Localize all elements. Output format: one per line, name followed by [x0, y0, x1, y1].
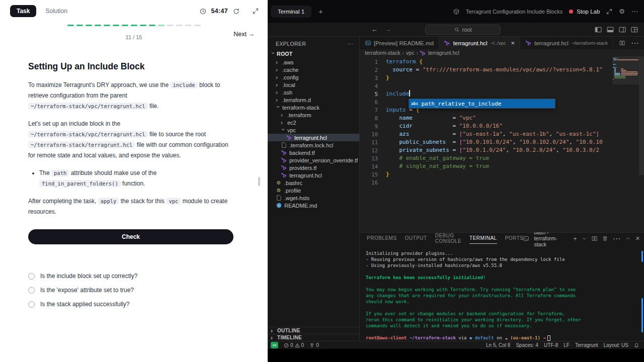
kill-terminal-icon[interactable]: [602, 236, 608, 241]
panel-more-icon[interactable]: ⋯: [613, 234, 621, 243]
toggle-panel-icon[interactable]: [607, 27, 614, 33]
explorer-item-terraform-lock-hcl[interactable]: .terraform.lock.hcl: [268, 141, 359, 149]
progress-segment: [158, 25, 165, 26]
explorer-root-row[interactable]: › ROOT: [268, 50, 359, 58]
new-terminal-icon[interactable]: +: [573, 235, 577, 242]
fullscreen-icon[interactable]: [606, 9, 612, 15]
add-terminal-icon[interactable]: +: [316, 7, 325, 16]
explorer-item-providers-tf[interactable]: providers.tf: [268, 164, 359, 171]
explorer-item-ec2[interactable]: ›ec2: [268, 119, 359, 126]
eol[interactable]: LF: [564, 342, 570, 348]
inline-code: ~/terraform-stack/vpc/terragrunt.hcl: [28, 103, 148, 110]
expand-panel-icon[interactable]: [253, 8, 259, 14]
explorer-item-cache[interactable]: ›.cache: [268, 66, 359, 73]
explorer-actions-icon[interactable]: ⋯: [348, 41, 353, 47]
panel-resize-handle[interactable]: [258, 177, 260, 186]
split-editor-icon[interactable]: [619, 40, 625, 46]
explorer-item-wget-hsts[interactable]: .wget-hsts: [268, 194, 359, 202]
notifications-bell-icon[interactable]: [634, 343, 639, 348]
explorer-item-vpc[interactable]: ›vpc: [268, 126, 359, 134]
explorer-item-local[interactable]: ›.local: [268, 81, 359, 88]
breadcrumb-item[interactable]: terraform-stack: [365, 50, 400, 56]
toggle-sidebar-icon[interactable]: [595, 27, 602, 33]
panel-tab-output[interactable]: OUTPUT: [405, 233, 427, 244]
explorer-item-profile[interactable]: ⚙.profile: [268, 187, 359, 194]
cursor-position[interactable]: Ln 5, Col 8: [486, 342, 510, 348]
question-row[interactable]: Is the stack applied successfully?: [28, 301, 233, 308]
suggestion-label[interactable]: path_relative_to_include: [421, 101, 501, 107]
explorer-item-terraform-d[interactable]: ›.terraform.d: [268, 96, 359, 104]
explorer-item-bashrc[interactable]: ⚙.bashrc: [268, 179, 359, 187]
lab-title: Terragrunt Configuration Include Blocks: [466, 9, 563, 15]
explorer-item-provider-version-override-tf[interactable]: provider_version_override.tf: [268, 156, 359, 164]
remote-indicator[interactable]: ><: [271, 342, 278, 348]
outline-section[interactable]: ›OUTLINE: [268, 327, 359, 334]
autocomplete-popup[interactable]: abc path_relative_to_include: [409, 99, 555, 109]
more-options-icon[interactable]: ⋯: [631, 8, 638, 15]
forward-arrow-icon[interactable]: →: [385, 26, 391, 33]
command-center-search[interactable]: root: [425, 25, 501, 35]
split-terminal-icon[interactable]: [592, 236, 597, 241]
code-editor[interactable]: 1terraform {2 source = "tfr:///terraform…: [360, 56, 644, 232]
file-label: .terraform.d: [282, 97, 311, 103]
question-row[interactable]: Is the 'expose' attribute set to true?: [28, 287, 233, 294]
maximize-panel-icon[interactable]: [626, 236, 630, 241]
panel-tab-problems[interactable]: PROBLEMS: [367, 233, 397, 244]
minimap-line: [613, 76, 639, 77]
problems-status[interactable]: 0 0: [284, 342, 304, 348]
explorer-item-terragrunt-hcl[interactable]: terragrunt.hcl: [268, 134, 359, 141]
explorer-item-ssh[interactable]: ›.ssh: [268, 88, 359, 96]
keyboard-layout[interactable]: Layout: US: [604, 342, 628, 348]
timeline-section[interactable]: ›TIMELINE: [268, 334, 359, 341]
explorer-item-readme-md[interactable]: iREADME.md: [268, 202, 359, 209]
breadcrumb-item[interactable]: terragrunt.hcl: [428, 50, 459, 56]
question-radio[interactable]: [28, 301, 35, 308]
question-row[interactable]: Is the include block set up correctly?: [28, 273, 233, 280]
indentation[interactable]: Spaces: 4: [516, 342, 538, 348]
settings-gear-icon[interactable]: ⚙: [619, 8, 625, 15]
explorer-item-config[interactable]: ›.config: [268, 73, 359, 81]
inline-code: vpc: [166, 198, 181, 205]
tab-solution[interactable]: Solution: [45, 8, 67, 15]
close-panel-icon[interactable]: ✕: [635, 235, 640, 242]
explorer-item-terragrunt-hcl[interactable]: terragrunt.hcl: [268, 171, 359, 179]
terminal-line: [366, 281, 644, 287]
encoding[interactable]: UTF-8: [544, 342, 558, 348]
minimap-line: [613, 64, 639, 65]
breadcrumb-item[interactable]: vpc: [406, 50, 414, 56]
tab-task[interactable]: Task: [10, 5, 36, 17]
editor-tab[interactable]: [Preview] README.md: [360, 37, 439, 49]
explorer-item-aws[interactable]: ›.aws: [268, 58, 359, 66]
editor-more-icon[interactable]: ⋯: [631, 38, 639, 48]
stop-lab-button[interactable]: Stop Lab: [569, 9, 600, 15]
inline-code: path: [51, 169, 69, 176]
refresh-icon[interactable]: [233, 8, 239, 15]
explorer-item-backend-tf[interactable]: backend.tf: [268, 149, 359, 156]
terminal-1-tab[interactable]: Terminal 1: [271, 6, 311, 18]
question-label: Is the 'expose' attribute set to true?: [40, 287, 134, 294]
search-icon: [454, 27, 459, 32]
language-mode[interactable]: Terragrunt: [575, 342, 598, 348]
close-tab-icon[interactable]: ×: [511, 40, 515, 46]
explorer-item-terraform[interactable]: ›.terraform: [268, 111, 359, 119]
line-text: terraform {: [378, 58, 423, 66]
minimap[interactable]: [613, 58, 639, 82]
editor-tab[interactable]: terragrunt.hcl~/../vpc×: [439, 37, 520, 49]
panel-tab-terminal[interactable]: TERMINAL: [469, 233, 497, 244]
question-radio[interactable]: [28, 287, 35, 294]
editor-scrollbar[interactable]: [639, 56, 644, 175]
ports-status[interactable]: 0: [309, 342, 319, 348]
check-button[interactable]: Check: [28, 229, 233, 244]
line-text: # single_nat_gateway = true: [378, 162, 489, 170]
panel-tab-debug-console[interactable]: DEBUG CONSOLE: [435, 233, 461, 244]
next-button[interactable]: Next →: [233, 31, 255, 38]
customize-layout-icon[interactable]: [631, 27, 638, 33]
toggle-secondary-sidebar-icon[interactable]: [619, 27, 626, 33]
editor-tab[interactable]: terragrunt.hcl~/terraform-stack: [520, 37, 613, 49]
terminal-dropdown-icon[interactable]: [582, 236, 587, 241]
explorer-item-terraform-stack[interactable]: ›terraform-stack: [268, 104, 359, 111]
question-radio[interactable]: [28, 273, 35, 280]
back-arrow-icon[interactable]: ←: [371, 26, 378, 33]
terminal[interactable]: Initializing provider plugins...- Reusin…: [360, 244, 644, 341]
panel-tab-ports[interactable]: PORTS: [505, 233, 524, 244]
